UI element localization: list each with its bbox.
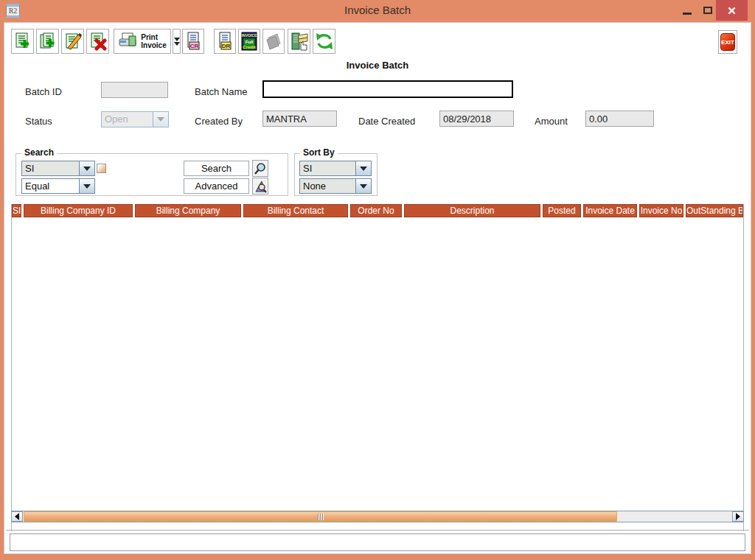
browse-books-icon	[289, 31, 310, 52]
refresh-icon	[315, 32, 334, 51]
created-by-label: Created By	[195, 116, 243, 127]
column-header-billing-contact[interactable]: Billing Contact	[243, 204, 348, 217]
invoice-table: SI Billing Company ID Billing Company Bi…	[11, 204, 744, 531]
minimize-button[interactable]	[677, 0, 697, 21]
chevron-down-icon	[355, 161, 371, 175]
date-created-label: Date Created	[358, 116, 415, 127]
svg-text:Credit: Credit	[243, 45, 255, 49]
title-bar[interactable]: R2 Invoice Batch ✕	[0, 0, 755, 22]
svg-text:INVOICE: INVOICE	[242, 33, 257, 38]
grip-icon	[322, 514, 323, 520]
search-icon	[254, 162, 267, 175]
new-record-button[interactable]	[11, 29, 34, 54]
search-field-select[interactable]: SI	[21, 161, 95, 176]
arrow-right-icon	[736, 513, 740, 520]
print-options-button[interactable]	[173, 29, 181, 54]
date-created-field: 08/29/2018	[439, 111, 514, 127]
close-icon: ✕	[727, 5, 737, 16]
scrollbar-thumb[interactable]	[24, 511, 617, 522]
sort-primary-value: SI	[300, 161, 355, 175]
search-icon-button[interactable]	[252, 160, 268, 177]
scroll-left-button[interactable]	[11, 511, 23, 522]
edit-record-button[interactable]	[61, 29, 84, 54]
debit-document-icon: DR	[215, 31, 234, 52]
search-field-value: SI	[22, 161, 79, 175]
maximize-button[interactable]	[697, 0, 718, 21]
chevron-down-icon	[153, 112, 168, 127]
search-button[interactable]: Search	[184, 161, 249, 176]
chevron-down-icon	[79, 179, 94, 193]
chevron-down-icon	[174, 38, 180, 41]
print-invoice-button[interactable]: Print Invoice	[114, 29, 171, 54]
column-header-billing-company-id[interactable]: Billing Company ID	[24, 204, 133, 217]
status-select: Open	[101, 111, 169, 127]
search-group-label: Search	[21, 147, 57, 158]
advanced-button[interactable]: Advanced	[184, 178, 249, 194]
exit-icon: EXIT	[720, 33, 735, 51]
table-header-row: SI Billing Company ID Billing Company Bi…	[12, 204, 743, 217]
new-document-icon	[13, 32, 32, 51]
full-credit-invoice-button[interactable]: INVOICE Full Credit	[238, 29, 260, 54]
sort-by-group-label: Sort By	[300, 147, 338, 158]
search-operator-value: Equal	[22, 179, 79, 193]
amount-label: Amount	[535, 116, 568, 127]
credit-memo-button[interactable]: CR	[182, 29, 204, 54]
browse-records-button[interactable]	[288, 29, 310, 54]
client-area: Print Invoice CR DR	[4, 22, 751, 554]
edit-pencil-icon	[63, 32, 83, 51]
svg-text:Full: Full	[246, 40, 254, 44]
svg-text:DR: DR	[222, 43, 231, 49]
minimize-icon	[683, 13, 692, 15]
pages-icon	[264, 32, 283, 51]
pages-button[interactable]	[262, 29, 285, 54]
debit-memo-button[interactable]: DR	[214, 29, 236, 54]
print-invoice-label: Print Invoice	[141, 33, 166, 49]
color-swatch-button[interactable]	[97, 164, 106, 173]
horizontal-scrollbar[interactable]	[11, 511, 744, 522]
chevron-down-icon	[174, 42, 180, 46]
batch-name-label: Batch Name	[195, 86, 248, 97]
exit-button[interactable]: EXIT	[718, 30, 737, 54]
svg-text:CR: CR	[190, 43, 199, 49]
column-header-invoice-date[interactable]: Invoice Date	[583, 204, 637, 217]
amount-field: 0.00	[585, 111, 654, 127]
delete-record-button[interactable]	[86, 29, 109, 54]
chevron-down-icon	[79, 161, 94, 175]
batch-id-field	[101, 82, 168, 98]
grip-icon	[318, 514, 319, 520]
invoice-batch-window: R2 Invoice Batch ✕	[0, 0, 755, 560]
advanced-search-icon-button[interactable]	[252, 178, 268, 195]
status-bar-separator	[6, 530, 749, 531]
column-header-order-no[interactable]: Order No	[350, 204, 402, 217]
credit-document-icon: CR	[184, 31, 203, 52]
sort-secondary-value: None	[300, 179, 355, 193]
status-label: Status	[25, 116, 52, 127]
invoice-full-credit-icon: INVOICE Full Credit	[240, 31, 259, 52]
delete-icon	[88, 32, 108, 51]
search-operator-select[interactable]: Equal	[21, 178, 95, 194]
column-header-posted[interactable]: Posted	[543, 204, 581, 217]
chevron-down-icon	[355, 179, 371, 193]
column-header-billing-company[interactable]: Billing Company	[135, 204, 241, 217]
status-bar	[10, 533, 745, 551]
column-header-description[interactable]: Description	[404, 204, 540, 217]
maximize-icon	[703, 7, 712, 14]
created-by-field: MANTRA	[262, 111, 337, 127]
column-header-si[interactable]: SI	[12, 204, 21, 217]
sort-primary-select[interactable]: SI	[299, 161, 372, 176]
close-button[interactable]: ✕	[716, 0, 748, 21]
scroll-right-button[interactable]	[732, 511, 744, 522]
batch-name-input[interactable]	[262, 80, 513, 98]
arrow-left-icon	[15, 513, 19, 520]
table-body[interactable]	[12, 217, 743, 531]
status-value: Open	[102, 112, 153, 127]
grip-icon	[320, 514, 321, 520]
page-title: Invoice Batch	[4, 60, 751, 71]
refresh-button[interactable]	[313, 29, 335, 54]
column-header-invoice-no[interactable]: Invoice No	[639, 204, 683, 217]
batch-id-label: Batch ID	[25, 86, 62, 97]
copy-record-button[interactable]	[36, 29, 59, 54]
sort-secondary-select[interactable]: None	[299, 178, 372, 194]
column-header-outstanding-balance[interactable]: OutStanding B	[686, 204, 743, 217]
printer-icon	[118, 32, 139, 51]
